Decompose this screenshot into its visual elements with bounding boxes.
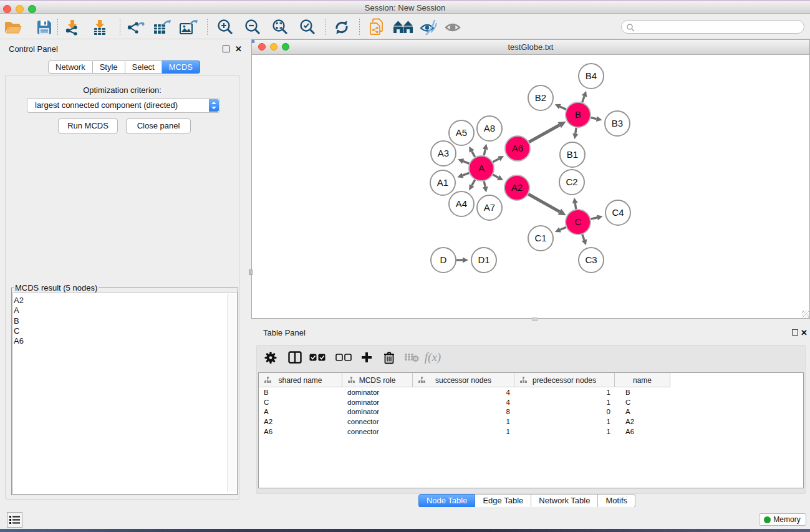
delete-table-icon[interactable] — [404, 347, 419, 367]
export-image-icon[interactable] — [179, 17, 198, 37]
edge-B-B1[interactable] — [576, 128, 576, 134]
column-header-shared-name[interactable]: shared name — [259, 373, 342, 387]
tab-edge-table[interactable]: Edge Table — [475, 494, 531, 508]
column-header-successor-nodes[interactable]: successor nodes — [413, 373, 514, 387]
hide-selected-icon[interactable] — [420, 17, 438, 37]
edge-A-A5[interactable] — [472, 152, 475, 157]
graph-node-A7[interactable]: A7 — [477, 195, 502, 220]
search-input[interactable] — [621, 20, 804, 34]
export-network-icon[interactable] — [126, 17, 145, 37]
graph-node-A5[interactable]: A5 — [449, 120, 474, 145]
network-window-titlebar[interactable]: testGlobe.txt — [252, 40, 809, 55]
run-mcds-button[interactable]: Run MCDS — [58, 118, 118, 133]
zoom-selected-icon[interactable] — [299, 17, 316, 37]
zoom-fit-icon[interactable] — [271, 17, 289, 37]
graph-node-A3[interactable]: A3 — [431, 141, 456, 166]
deselect-all-icon[interactable] — [335, 347, 352, 367]
open-file-icon[interactable] — [4, 17, 22, 37]
minimize-window-light[interactable] — [16, 5, 24, 13]
home-network-icon[interactable] — [393, 17, 414, 37]
tab-motifs[interactable]: Motifs — [598, 494, 635, 508]
import-network-icon[interactable] — [63, 17, 80, 37]
column-header-name[interactable]: name — [615, 373, 670, 387]
window-resize-grip[interactable] — [802, 311, 809, 317]
add-column-icon[interactable] — [360, 347, 373, 367]
close-panel-icon[interactable]: ✕ — [235, 44, 242, 54]
graph-node-A1[interactable]: A1 — [430, 170, 455, 195]
edge-A6-B[interactable] — [529, 125, 559, 142]
export-table-icon[interactable] — [153, 17, 171, 37]
import-table-icon[interactable] — [91, 17, 108, 37]
graph-node-C2[interactable]: C2 — [559, 170, 584, 195]
graph-node-D[interactable]: D — [431, 248, 456, 273]
table-columns-icon[interactable] — [288, 347, 302, 367]
select-spinner-icon[interactable] — [209, 99, 219, 112]
edge-C-C2[interactable] — [575, 203, 576, 210]
show-selected-icon[interactable] — [443, 17, 462, 37]
network-graph[interactable]: B4B2BB3A8A5A6A3B1AC2A1A2A4A7C4CC1DD1C3 — [252, 55, 809, 317]
edge-B-B4[interactable] — [582, 96, 584, 102]
edge-A-A2[interactable] — [493, 175, 498, 178]
result-item[interactable]: B — [13, 316, 237, 326]
zoom-out-icon[interactable] — [244, 17, 261, 37]
tab-select[interactable]: Select — [125, 60, 162, 74]
optimization-criterion-select[interactable]: largest connected component (directed) — [27, 98, 220, 113]
network-zoom-light[interactable] — [282, 43, 289, 51]
result-scrollbar[interactable] — [227, 294, 236, 492]
graph-node-A[interactable]: A — [469, 156, 494, 181]
graph-node-B[interactable]: B — [566, 102, 591, 127]
network-minimize-light[interactable] — [270, 43, 277, 51]
memory-button[interactable]: Memory — [759, 513, 806, 526]
column-header-MCDS-role[interactable]: MCDS role — [342, 373, 413, 387]
edge-C-C3[interactable] — [582, 235, 584, 240]
zoom-in-icon[interactable] — [216, 17, 234, 37]
graph-node-C4[interactable]: C4 — [605, 200, 630, 225]
table-settings-icon[interactable] — [264, 347, 277, 367]
split-divider-handle-bottom[interactable] — [532, 317, 538, 321]
edge-A2-C[interactable] — [528, 194, 559, 211]
float-panel-icon[interactable] — [223, 46, 229, 52]
graph-node-A6[interactable]: A6 — [505, 136, 530, 161]
edge-C-C4[interactable] — [591, 218, 597, 219]
share-document-icon[interactable] — [369, 17, 385, 37]
delete-column-icon[interactable] — [383, 347, 395, 367]
edge-A-A4[interactable] — [472, 180, 475, 185]
zoom-window-light[interactable] — [28, 5, 36, 13]
mcds-result-list[interactable]: A2ABCA6 — [12, 293, 238, 495]
edge-C-C1[interactable] — [560, 227, 566, 230]
graph-node-B2[interactable]: B2 — [528, 85, 553, 110]
refresh-icon[interactable] — [333, 17, 350, 37]
tab-mcds[interactable]: MCDS — [162, 60, 200, 74]
edge-A-A7[interactable] — [484, 181, 485, 187]
result-item[interactable]: A — [13, 306, 237, 316]
tab-network-table[interactable]: Network Table — [531, 494, 598, 508]
tab-node-table[interactable]: Node Table — [418, 494, 476, 508]
graph-node-A2[interactable]: A2 — [504, 175, 529, 200]
table-float-icon[interactable] — [792, 329, 798, 336]
edge-B-B2[interactable] — [560, 107, 566, 109]
table-close-icon[interactable]: ✕ — [801, 328, 808, 337]
graph-node-B4[interactable]: B4 — [579, 64, 604, 89]
column-header-predecessor-nodes[interactable]: predecessor nodes — [514, 373, 615, 387]
edge-A-A1[interactable] — [463, 173, 469, 175]
graph-node-B3[interactable]: B3 — [605, 111, 630, 136]
graph-node-A4[interactable]: A4 — [449, 191, 474, 216]
graph-node-B1[interactable]: B1 — [560, 142, 585, 167]
edge-A-A6[interactable] — [493, 158, 499, 162]
graph-node-C3[interactable]: C3 — [579, 248, 604, 273]
network-close-light[interactable] — [258, 43, 266, 51]
task-list-button[interactable] — [7, 512, 22, 528]
graph-node-A8[interactable]: A8 — [477, 116, 502, 141]
tab-network[interactable]: Network — [48, 60, 93, 74]
graph-node-C[interactable]: C — [566, 210, 591, 235]
save-session-icon[interactable] — [36, 17, 52, 37]
result-item[interactable]: A6 — [13, 336, 237, 346]
graph-node-C1[interactable]: C1 — [528, 226, 553, 251]
close-panel-button[interactable]: Close panel — [126, 118, 191, 133]
select-all-icon[interactable] — [309, 347, 325, 367]
result-item[interactable]: A2 — [13, 296, 237, 306]
graph-node-D1[interactable]: D1 — [471, 248, 496, 273]
tab-style[interactable]: Style — [93, 60, 125, 74]
edge-A-A8[interactable] — [484, 149, 485, 155]
split-divider-handle[interactable] — [249, 269, 253, 275]
